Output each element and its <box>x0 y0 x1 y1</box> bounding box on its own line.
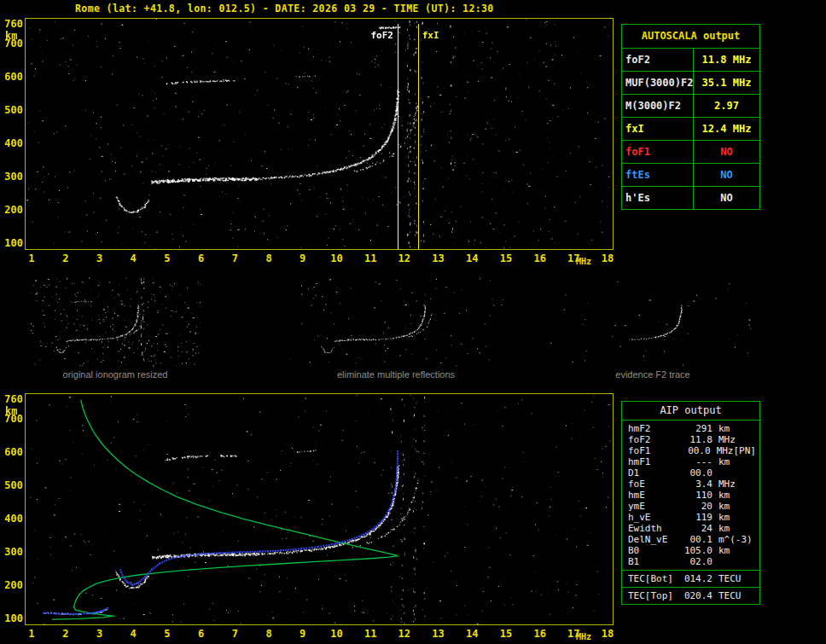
aip-row-fof2: foF211.8MHz <box>622 434 759 445</box>
y-axis-unit-label: km <box>5 406 17 417</box>
y-tick-label: 300 <box>1 547 23 558</box>
x-tick-label: 2 <box>56 629 75 640</box>
thumbnail-canvas-evidence-f2 <box>546 277 759 367</box>
parameter-label: foF2 <box>622 49 694 71</box>
x-tick-label: 5 <box>158 629 177 640</box>
parameter-label: foE <box>628 479 681 490</box>
parameter-value: 291 <box>681 423 713 434</box>
parameter-label: DelN_vE <box>628 534 681 545</box>
y-tick-label: 200 <box>1 580 23 591</box>
parameter-unit: km <box>718 523 730 534</box>
parameter-unit: km <box>718 423 730 434</box>
fof2-marker-label: foF2 <box>362 31 394 41</box>
thumbnail-eliminate-reflections <box>288 277 503 370</box>
parameter-unit: km <box>718 501 730 512</box>
x-tick-label: 16 <box>531 629 550 640</box>
parameter-unit: m^(-3) <box>718 534 753 545</box>
parameter-value: 11.8 MHz <box>694 49 759 71</box>
aip-row-b1: B102.0 <box>622 556 759 567</box>
parameter-value: 2.97 <box>694 95 759 117</box>
x-tick-label: 6 <box>192 629 211 640</box>
thumbnail-caption-evidence-f2: evidence F2 trace <box>546 369 759 380</box>
x-tick-label: 4 <box>124 253 143 264</box>
aip-row-delnve: DelN_vE00.1m^(-3) <box>622 534 759 545</box>
parameter-value: 20 <box>681 501 713 512</box>
parameter-label: ftEs <box>622 164 694 186</box>
x-tick-label: 9 <box>294 629 312 640</box>
x-tick-label: 18 <box>598 629 617 640</box>
parameter-label: TEC[Bot] <box>628 573 681 584</box>
aip-row-ewidth: Ewidth24km <box>622 523 759 534</box>
parameter-value: 3.4 <box>681 479 713 490</box>
x-tick-label: 6 <box>192 253 211 264</box>
parameter-label: MUF(3000)F2 <box>622 72 694 94</box>
x-tick-label: 7 <box>225 629 244 640</box>
parameter-label: M(3000)F2 <box>622 95 694 117</box>
parameter-unit: km <box>718 456 730 467</box>
y-tick-label: 600 <box>1 447 23 458</box>
x-tick-label: 11 <box>361 629 380 640</box>
fxi-marker-label: fxI <box>422 31 440 41</box>
y-tick-label: 100 <box>1 613 23 624</box>
x-tick-label: 4 <box>124 629 143 640</box>
parameter-label: fxI <box>622 118 694 140</box>
parameter-value: NO <box>694 141 759 163</box>
aip-row-d1: D100.0 <box>622 467 759 479</box>
parameter-unit: MHz <box>718 434 736 445</box>
x-tick-label: 1 <box>22 629 41 640</box>
y-tick-label: 760 <box>1 19 23 30</box>
x-tick-label: 10 <box>327 629 346 640</box>
x-tick-label: 8 <box>259 253 278 264</box>
parameter-label: foF1 <box>622 141 694 163</box>
autoscala-table-header: AUTOSCALA output <box>622 25 759 49</box>
thumbnail-canvas-eliminate-reflections <box>288 277 503 367</box>
parameter-value: 00.1 <box>681 534 713 545</box>
y-tick-label: 300 <box>1 171 23 183</box>
y-tick-label: 200 <box>1 205 23 216</box>
x-tick-label: 15 <box>497 253 515 264</box>
ionogram-plot-bottom <box>25 393 614 625</box>
autoscala-row-muf3000f2: MUF(3000)F235.1 MHz <box>622 72 759 95</box>
x-tick-label: 2 <box>56 253 75 264</box>
parameter-flag: [PN] <box>734 445 757 456</box>
aip-row-foe: foE3.4MHz <box>622 479 759 490</box>
x-axis-unit-label: MHz <box>576 631 591 642</box>
y-tick-label: 400 <box>1 513 23 525</box>
parameter-unit: km <box>718 545 730 556</box>
autoscala-window: Rome (lat: +41.8, lon: 012.5) - DATE: 20… <box>0 0 826 644</box>
x-tick-label: 14 <box>462 629 481 640</box>
parameter-value: 00.0 <box>681 467 713 479</box>
autoscala-row-fxi: fxI12.4 MHz <box>622 118 759 141</box>
thumbnail-caption-original: original ionogram resized <box>30 369 201 380</box>
parameter-label: hmE <box>628 490 681 501</box>
y-tick-label: 100 <box>1 238 23 249</box>
y-tick-label: 760 <box>1 394 23 405</box>
autoscala-row-fof2: foF211.8 MHz <box>622 49 759 72</box>
station-date-title: Rome (lat: +41.8, lon: 012.5) - DATE: 20… <box>75 3 494 15</box>
y-tick-label: 500 <box>1 480 23 491</box>
parameter-unit: MHz <box>717 445 734 456</box>
parameter-value: 020.4 <box>681 590 713 601</box>
parameter-unit: TECU <box>718 573 742 584</box>
parameter-value: 02.0 <box>681 556 713 567</box>
parameter-unit: TECU <box>718 590 742 601</box>
parameter-label: foF2 <box>628 434 681 445</box>
parameter-label: B1 <box>628 556 681 567</box>
y-tick-label: 500 <box>1 105 23 116</box>
x-tick-label: 7 <box>225 253 244 264</box>
x-tick-label: 13 <box>429 629 448 640</box>
x-tick-label: 11 <box>361 253 380 264</box>
parameter-value: 119 <box>681 512 713 523</box>
parameter-label: D1 <box>628 467 681 479</box>
aip-row-hme: hmE110km <box>622 490 759 501</box>
parameter-value: 00.0 <box>680 445 711 456</box>
y-tick-label: 600 <box>1 72 23 83</box>
ionogram-plot-top <box>25 18 614 250</box>
autoscala-output-table: AUTOSCALA outputfoF211.8 MHzMUF(3000)F23… <box>621 24 760 210</box>
x-tick-label: 3 <box>90 253 109 264</box>
y-tick-label: 400 <box>1 138 23 149</box>
aip-row-tectop: TEC[Top]020.4TECU <box>622 587 759 601</box>
parameter-label: hmF2 <box>628 423 681 434</box>
aip-row-fof1: foF100.0MHz[PN] <box>622 445 759 456</box>
parameter-value: 014.2 <box>681 573 713 584</box>
